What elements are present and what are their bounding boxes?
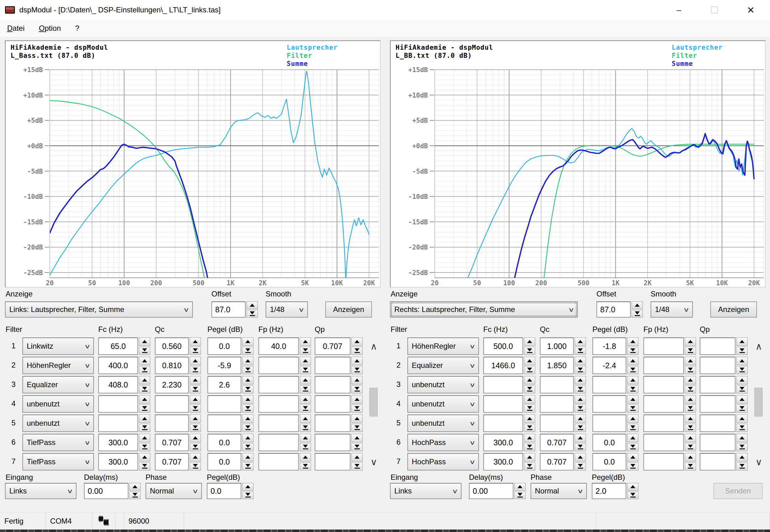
pegel-4-right-input[interactable]	[593, 395, 626, 413]
delay-left-input[interactable]: 0.00	[84, 483, 128, 499]
fc-7-right-input[interactable]: 300.0	[483, 453, 523, 470]
qc-7-right-input[interactable]: 0.707	[540, 453, 574, 470]
pegel-7-left-spin-down-button[interactable]	[242, 462, 254, 471]
qc-3-left-spin-down-button[interactable]	[190, 385, 201, 394]
pegel-6-left-spin-down-button[interactable]	[242, 443, 254, 452]
qc-3-left-input[interactable]: 2.230	[155, 376, 189, 393]
qc-2-left-spin-up-button[interactable]	[190, 357, 201, 365]
fc-1-right-input[interactable]: 500.0	[483, 337, 523, 355]
fp-5-right-spin-up-button[interactable]	[685, 415, 696, 423]
fp-7-right-spin-down-button[interactable]	[685, 462, 696, 471]
fp-6-left-spin-down-button[interactable]	[300, 443, 311, 452]
offset-right-spin-down-button[interactable]	[632, 310, 643, 318]
fc-6-left-input[interactable]: 300.0	[98, 434, 138, 451]
qc-3-left-spin-up-button[interactable]	[190, 376, 201, 384]
close-button[interactable]: ✕	[736, 0, 765, 20]
pegel-6-right-spin-up-button[interactable]	[627, 434, 639, 442]
fp-4-right-input[interactable]	[644, 395, 684, 413]
qp-7-right-input[interactable]	[700, 453, 736, 470]
fc-3-right-spin-up-button[interactable]	[524, 376, 535, 384]
fp-2-left-input[interactable]	[259, 357, 299, 374]
fp-4-right-spin-up-button[interactable]	[685, 395, 696, 404]
qc-7-right-spin-down-button[interactable]	[575, 462, 586, 471]
fc-2-right-spin-up-button[interactable]	[524, 357, 535, 365]
fc-3-left-spin-down-button[interactable]	[139, 385, 150, 394]
pegel-6-left-spin-up-button[interactable]	[242, 434, 254, 442]
pegel-out-left-input[interactable]: 0.0	[207, 483, 241, 499]
filter-type-select-1-right[interactable]: HöhenRegler∨	[407, 337, 479, 355]
fp-6-right-spin-up-button[interactable]	[685, 434, 696, 442]
qc-6-right-input[interactable]: 0.707	[540, 434, 574, 451]
qp-7-left-input[interactable]	[315, 453, 351, 470]
pegel-out-left-spin-up-button[interactable]	[242, 483, 254, 491]
qp-2-left-input[interactable]	[315, 357, 351, 374]
qp-3-left-spin-up-button[interactable]	[351, 376, 363, 384]
minimize-button[interactable]: –	[664, 0, 694, 20]
qp-2-left-spin-down-button[interactable]	[351, 366, 363, 374]
pegel-4-right-spin-down-button[interactable]	[627, 405, 639, 413]
filter-type-select-6-right[interactable]: HochPass∨	[407, 434, 479, 451]
pegel-1-left-spin-up-button[interactable]	[242, 337, 254, 346]
fc-4-right-input[interactable]	[483, 395, 523, 413]
qc-5-right-spin-up-button[interactable]	[575, 415, 586, 423]
fp-3-left-input[interactable]	[259, 376, 299, 393]
fc-1-left-spin-up-button[interactable]	[139, 337, 150, 346]
qp-4-right-spin-down-button[interactable]	[736, 405, 748, 413]
anzeige-select-right[interactable]: Rechts: Lautsprecher, Filter, Summe∨	[390, 301, 578, 318]
fp-3-right-spin-down-button[interactable]	[685, 385, 696, 394]
fp-4-left-spin-down-button[interactable]	[300, 405, 311, 413]
fc-7-left-spin-up-button[interactable]	[139, 453, 150, 461]
qp-6-left-spin-up-button[interactable]	[351, 434, 363, 442]
pegel-1-left-input[interactable]: 0.0	[208, 337, 241, 355]
filter-type-select-7-left[interactable]: TiefPass∨	[22, 453, 94, 470]
eingang-select-left[interactable]: Links∨	[5, 483, 76, 499]
fp-5-left-spin-down-button[interactable]	[300, 424, 311, 432]
qc-6-left-spin-up-button[interactable]	[190, 434, 201, 442]
fc-7-right-spin-down-button[interactable]	[524, 462, 535, 471]
offset-right-spin-up-button[interactable]	[632, 301, 643, 309]
qp-5-right-spin-up-button[interactable]	[736, 415, 748, 423]
qc-2-right-input[interactable]: 1.850	[540, 357, 574, 374]
pegel-3-right-input[interactable]	[593, 376, 626, 393]
fc-3-right-spin-down-button[interactable]	[524, 385, 535, 394]
qc-4-right-input[interactable]	[540, 395, 574, 413]
fc-6-left-spin-down-button[interactable]	[139, 443, 150, 452]
fc-5-left-spin-up-button[interactable]	[139, 415, 150, 423]
pegel-3-left-spin-up-button[interactable]	[242, 376, 254, 384]
fp-3-left-spin-down-button[interactable]	[300, 385, 311, 394]
filter-scroll-thumb-right[interactable]	[754, 388, 763, 416]
fp-2-right-input[interactable]	[644, 357, 684, 374]
qc-2-right-spin-up-button[interactable]	[575, 357, 586, 365]
qp-6-left-input[interactable]	[315, 434, 351, 451]
fc-2-left-spin-up-button[interactable]	[139, 357, 150, 365]
fp-7-right-input[interactable]	[644, 453, 684, 470]
pegel-7-left-spin-up-button[interactable]	[242, 453, 254, 461]
fc-2-right-input[interactable]: 1466.0	[483, 357, 523, 374]
pegel-7-right-spin-down-button[interactable]	[627, 462, 639, 471]
qp-1-left-input[interactable]: 0.707	[315, 337, 351, 355]
qp-1-right-spin-down-button[interactable]	[736, 347, 748, 355]
delay-right-spin-down-button[interactable]	[514, 492, 525, 499]
pegel-6-left-input[interactable]: 0.0	[208, 434, 241, 451]
filter-scroll-down-icon-left[interactable]: ∨	[368, 457, 379, 467]
qp-3-right-spin-down-button[interactable]	[736, 385, 748, 394]
anzeigen-button-right[interactable]: Anzeigen	[710, 301, 757, 318]
pegel-out-right-spin-down-button[interactable]	[627, 492, 639, 499]
qp-2-left-spin-up-button[interactable]	[351, 357, 363, 365]
fp-6-right-input[interactable]	[644, 434, 684, 451]
fc-2-left-input[interactable]: 400.0	[98, 357, 138, 374]
qp-4-right-input[interactable]	[700, 395, 736, 413]
fc-3-right-input[interactable]	[483, 376, 523, 393]
pegel-2-right-input[interactable]: -2.4	[593, 357, 626, 374]
filter-type-select-3-left[interactable]: Equalizer∨	[22, 376, 94, 393]
qc-3-right-spin-down-button[interactable]	[575, 385, 586, 394]
fc-6-right-spin-down-button[interactable]	[524, 443, 535, 452]
phase-select-left[interactable]: Normal∨	[145, 483, 202, 499]
filter-scroll-down-icon-right[interactable]: ∨	[753, 457, 764, 467]
fc-1-left-input[interactable]: 65.0	[98, 337, 138, 355]
delay-left-spin-up-button[interactable]	[129, 483, 140, 491]
qp-1-left-spin-up-button[interactable]	[351, 337, 363, 346]
qc-4-right-spin-down-button[interactable]	[575, 405, 586, 413]
fp-7-right-spin-up-button[interactable]	[685, 453, 696, 461]
fp-3-left-spin-up-button[interactable]	[300, 376, 311, 384]
